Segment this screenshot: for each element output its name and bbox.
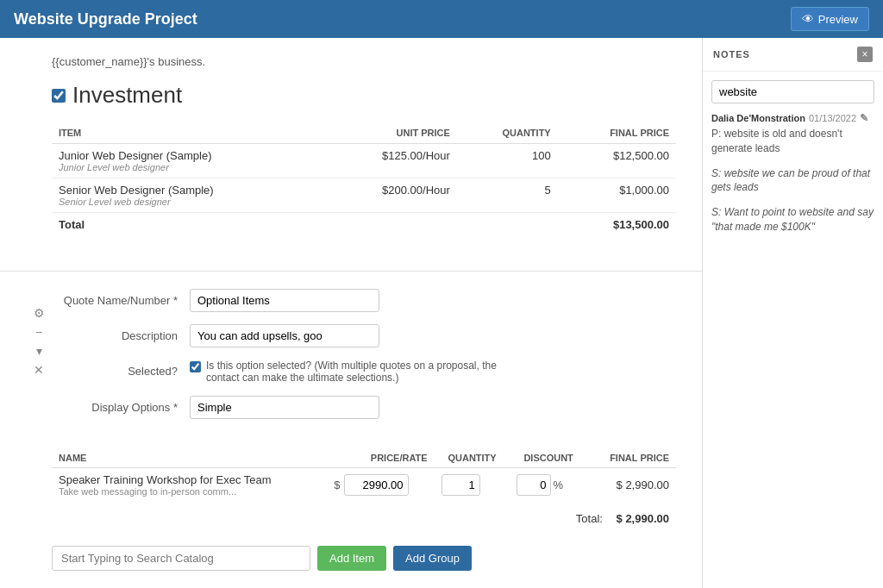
investment-table: ITEM UNIT PRICE QUANTITY FINAL PRICE Jun… bbox=[52, 122, 676, 236]
quantity-input[interactable] bbox=[442, 474, 480, 496]
notes-panel: NOTES × Dalia De'Monstration 01/13/2022 … bbox=[702, 38, 883, 588]
display-label: Display Options * bbox=[52, 396, 190, 414]
price-input[interactable] bbox=[344, 474, 409, 496]
item-name-col: Speaker Training Workshop for Exec Team … bbox=[52, 468, 327, 503]
item-name-cell: Senior Web Designer (Sample) Senior Leve… bbox=[52, 178, 325, 213]
unit-price-cell: $200.00/Hour bbox=[325, 178, 457, 213]
notes-close-button[interactable]: × bbox=[857, 47, 873, 62]
investment-checkbox[interactable] bbox=[52, 89, 66, 103]
notes-list: Dalia De'Monstration 01/13/2022 ✎ P: web… bbox=[703, 112, 883, 588]
form-row-description: Description bbox=[52, 324, 676, 347]
quantity-cell: 5 bbox=[457, 178, 558, 213]
search-catalog-input[interactable] bbox=[52, 546, 310, 571]
name-field bbox=[190, 289, 676, 312]
close-icon[interactable]: ✕ bbox=[31, 362, 47, 378]
preview-button[interactable]: 👁 Preview bbox=[791, 7, 869, 31]
app-header: Website Upgrade Project 👁 Preview bbox=[0, 0, 883, 38]
minus-icon[interactable]: − bbox=[31, 324, 47, 340]
selected-label: Selected? bbox=[52, 360, 190, 378]
add-item-button[interactable]: Add Item bbox=[317, 546, 386, 571]
selected-checkbox-row: Is this option selected? (With multiple … bbox=[190, 360, 676, 384]
description-input[interactable] bbox=[190, 324, 379, 347]
note-item: S: website we can be proud of that gets … bbox=[711, 166, 874, 196]
col-final-price: FINAL PRICE bbox=[558, 122, 676, 144]
items-table: Name Price/Rate Quantity Discount Final … bbox=[52, 448, 676, 502]
customer-text: {{customer_name}}'s business. bbox=[52, 55, 676, 68]
col-price-rate: Price/Rate bbox=[327, 448, 434, 468]
note-item: Dalia De'Monstration 01/13/2022 ✎ P: web… bbox=[711, 112, 874, 156]
actions-row: Add Item Add Group bbox=[0, 537, 702, 579]
quantity-cell: 100 bbox=[457, 144, 558, 178]
final-price-cell: $1,000.00 bbox=[558, 178, 676, 213]
item-name-cell: Junior Web Designer (Sample) Junior Leve… bbox=[52, 144, 325, 178]
note-item: S: Want to point to website and say "tha… bbox=[711, 205, 874, 235]
items-total-value: $ 2,990.00 bbox=[617, 512, 669, 525]
name-label: Quote Name/Number * bbox=[52, 289, 190, 307]
final-price-cell: $12,500.00 bbox=[558, 144, 676, 178]
quantity-col bbox=[435, 468, 510, 503]
notes-header: NOTES × bbox=[703, 38, 883, 72]
price-rate-col: $ bbox=[327, 468, 434, 503]
form-row-selected: Selected? Is this option selected? (With… bbox=[52, 360, 676, 384]
col-name: Name bbox=[52, 448, 327, 468]
note-text: S: website we can be proud of that gets … bbox=[711, 166, 874, 196]
investment-header: Investment bbox=[52, 82, 676, 109]
investment-section: ⚙ − ▾ ✕ {{customer_name}}'s business. In… bbox=[0, 38, 702, 271]
form-row-display: Display Options * bbox=[52, 396, 676, 419]
col-quantity: QUANTITY bbox=[457, 122, 558, 144]
notes-title: NOTES bbox=[713, 49, 750, 59]
selected-text: Is this option selected? (With multiple … bbox=[206, 360, 517, 384]
col-final-price: Final Price bbox=[587, 448, 676, 468]
unit-price-cell: $125.00/Hour bbox=[325, 144, 457, 178]
note-date: 01/13/2022 bbox=[809, 113, 856, 123]
total-label: Total bbox=[52, 213, 558, 237]
quote-form: Quote Name/Number * Description Selected… bbox=[0, 271, 702, 448]
final-price-col: $ 2,990.00 bbox=[587, 468, 676, 503]
items-total-line: Total: $ 2,990.00 bbox=[52, 509, 676, 529]
total-value: $13,500.00 bbox=[558, 213, 676, 237]
form-row-name: Quote Name/Number * bbox=[52, 289, 676, 312]
display-field bbox=[190, 396, 676, 419]
name-input[interactable] bbox=[190, 289, 379, 312]
total-row: Total $13,500.00 bbox=[52, 213, 676, 237]
discount-col: % bbox=[510, 468, 586, 503]
selected-field: Is this option selected? (With multiple … bbox=[190, 360, 676, 384]
discount-input[interactable] bbox=[517, 474, 551, 496]
table-row: Junior Web Designer (Sample) Junior Leve… bbox=[52, 144, 676, 178]
col-quantity: Quantity bbox=[435, 448, 510, 468]
col-discount: Discount bbox=[510, 448, 586, 468]
col-item: ITEM bbox=[52, 122, 325, 144]
display-input[interactable] bbox=[190, 396, 379, 419]
main-layout: ⚙ − ▾ ✕ {{customer_name}}'s business. In… bbox=[0, 38, 883, 588]
content-scroll: ⚙ − ▾ ✕ {{customer_name}}'s business. In… bbox=[0, 38, 702, 588]
items-section: Name Price/Rate Quantity Discount Final … bbox=[0, 448, 702, 537]
notes-search-input[interactable] bbox=[711, 80, 874, 103]
app-title: Website Upgrade Project bbox=[14, 10, 197, 28]
note-text: S: Want to point to website and say "tha… bbox=[711, 205, 874, 235]
col-unit-price: UNIT PRICE bbox=[325, 122, 457, 144]
content-area: ⚙ − ▾ ✕ {{customer_name}}'s business. In… bbox=[0, 38, 702, 588]
description-field bbox=[190, 324, 676, 347]
settings-icon[interactable]: ⚙ bbox=[31, 305, 47, 321]
save-row: Save and Close bbox=[0, 579, 702, 588]
note-author: Dalia De'Monstration 01/13/2022 ✎ bbox=[711, 112, 874, 124]
eye-icon: 👁 bbox=[802, 12, 814, 26]
down-icon[interactable]: ▾ bbox=[31, 343, 47, 359]
dollar-sign: $ bbox=[334, 479, 340, 491]
table-row: Speaker Training Workshop for Exec Team … bbox=[52, 468, 676, 503]
edit-icon[interactable]: ✎ bbox=[860, 112, 868, 124]
add-group-button[interactable]: Add Group bbox=[393, 546, 472, 571]
items-total-label: Total: bbox=[576, 512, 603, 525]
description-label: Description bbox=[52, 324, 190, 342]
side-toolbar: ⚙ − ▾ ✕ bbox=[31, 305, 47, 378]
selected-checkbox[interactable] bbox=[190, 361, 201, 372]
table-row: Senior Web Designer (Sample) Senior Leve… bbox=[52, 178, 676, 213]
header-actions: 👁 Preview bbox=[791, 7, 869, 31]
investment-title: Investment bbox=[72, 82, 182, 109]
percent-sign: % bbox=[553, 479, 563, 491]
note-text: P: website is old and doesn't generate l… bbox=[711, 127, 874, 156]
